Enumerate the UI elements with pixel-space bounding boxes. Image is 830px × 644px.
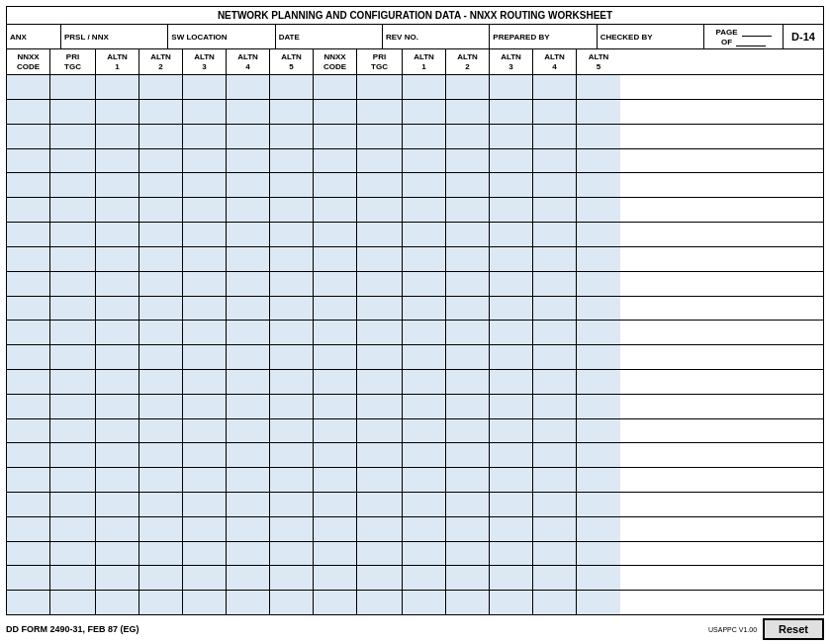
data-cell	[96, 542, 139, 566]
data-cell	[403, 395, 446, 418]
data-cell	[490, 75, 533, 99]
col-header-c6: ALTN5	[270, 49, 314, 74]
data-cell	[357, 443, 403, 467]
data-cell	[227, 75, 270, 99]
data-cell	[577, 173, 620, 197]
anx-cell: ANX	[7, 25, 61, 48]
data-cell	[139, 149, 183, 173]
data-cell	[533, 370, 577, 394]
data-cell	[446, 223, 490, 246]
data-cell	[139, 443, 183, 467]
data-cell	[533, 297, 577, 321]
data-cell	[577, 493, 620, 516]
table-row	[6, 467, 824, 492]
data-cell	[50, 395, 96, 418]
data-cell	[490, 493, 533, 516]
data-cell	[270, 419, 314, 443]
data-cell	[139, 198, 183, 222]
data-cell	[227, 198, 270, 222]
data-cell	[314, 272, 357, 296]
data-cell	[139, 247, 183, 271]
data-cell	[139, 321, 183, 344]
data-cell	[490, 566, 533, 590]
table-row	[6, 369, 824, 394]
data-cell	[577, 125, 620, 148]
data-cell	[139, 468, 183, 492]
data-cell	[357, 297, 403, 321]
data-cell	[533, 345, 577, 369]
col-header-c5: ALTN4	[227, 49, 270, 74]
data-cell	[183, 223, 227, 246]
data-cell	[227, 345, 270, 369]
reset-button[interactable]: Reset	[763, 618, 824, 640]
data-cell	[227, 272, 270, 296]
data-cell	[446, 198, 490, 222]
data-cell	[403, 542, 446, 566]
data-cell	[139, 517, 183, 541]
data-cell	[139, 542, 183, 566]
prsl-cell: PRSL / NNX	[61, 25, 168, 48]
table-row	[6, 148, 824, 173]
data-cell	[270, 517, 314, 541]
data-rows	[6, 74, 824, 615]
data-cell	[50, 297, 96, 321]
data-cell	[227, 297, 270, 321]
data-cell	[446, 591, 490, 614]
data-cell	[357, 493, 403, 516]
data-cell	[139, 566, 183, 590]
data-cell	[577, 223, 620, 246]
table-row	[6, 344, 824, 369]
data-cell	[270, 345, 314, 369]
data-cell	[314, 591, 357, 614]
data-cell	[403, 149, 446, 173]
data-cell	[533, 223, 577, 246]
page-title: NETWORK PLANNING AND CONFIGURATION DATA …	[6, 6, 824, 24]
data-cell	[7, 297, 50, 321]
data-cell	[7, 443, 50, 467]
data-cell	[533, 198, 577, 222]
data-cell	[403, 517, 446, 541]
data-cell	[7, 125, 50, 148]
table-row	[6, 197, 824, 222]
data-cell	[7, 591, 50, 614]
data-cell	[446, 395, 490, 418]
data-cell	[314, 125, 357, 148]
data-cell	[490, 542, 533, 566]
data-cell	[533, 75, 577, 99]
data-cell	[577, 100, 620, 124]
table-row	[6, 296, 824, 321]
page-cell: PAGE OF	[704, 25, 784, 48]
data-cell	[7, 247, 50, 271]
data-cell	[96, 321, 139, 344]
data-cell	[446, 149, 490, 173]
data-cell	[227, 517, 270, 541]
col-header-c2: ALTN1	[96, 49, 139, 74]
data-cell	[139, 395, 183, 418]
data-cell	[7, 419, 50, 443]
data-cell	[533, 542, 577, 566]
header-row: ANX PRSL / NNX SW LOCATION DATE REV NO. …	[6, 24, 824, 48]
data-cell	[403, 321, 446, 344]
data-cell	[577, 272, 620, 296]
col-header-c11: ALTN3	[490, 49, 533, 74]
data-cell	[270, 173, 314, 197]
data-cell	[577, 566, 620, 590]
data-cell	[577, 542, 620, 566]
data-cell	[183, 419, 227, 443]
data-cell	[490, 272, 533, 296]
data-cell	[183, 493, 227, 516]
data-cell	[270, 493, 314, 516]
col-header-c7: NNXXCODE	[314, 49, 357, 74]
data-cell	[96, 297, 139, 321]
data-cell	[403, 247, 446, 271]
data-cell	[183, 468, 227, 492]
col-header-c4: ALTN3	[183, 49, 227, 74]
data-cell	[96, 272, 139, 296]
data-cell	[490, 345, 533, 369]
data-cell	[96, 419, 139, 443]
table-row	[6, 492, 824, 516]
data-cell	[403, 419, 446, 443]
data-cell	[183, 591, 227, 614]
data-cell	[7, 75, 50, 99]
data-cell	[446, 443, 490, 467]
